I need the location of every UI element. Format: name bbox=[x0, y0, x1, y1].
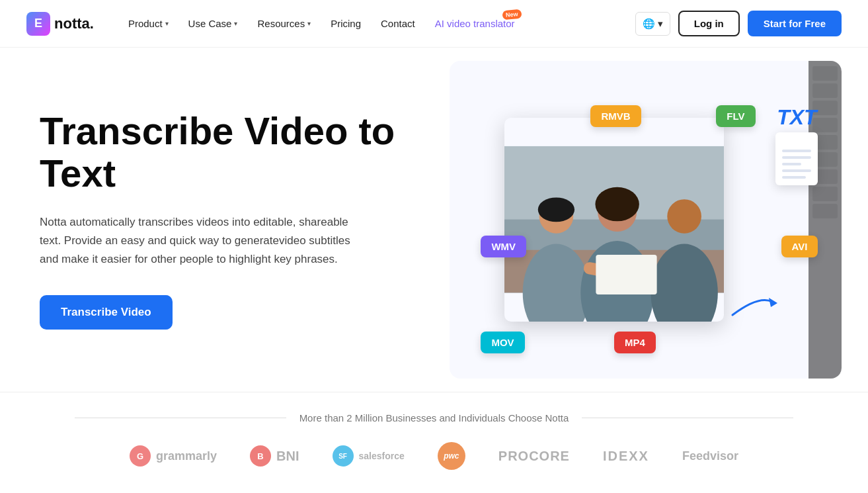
nav-product[interactable]: Product ▾ bbox=[120, 13, 177, 34]
navbar: E notta. Product ▾ Use Case ▾ Resources … bbox=[0, 0, 868, 48]
txt-output: TXT bbox=[775, 105, 818, 185]
arrow-icon bbox=[726, 289, 779, 322]
format-tag-rmvb: RMVB bbox=[590, 105, 641, 127]
video-illustration: WMV RMVB FLV AVI MOV MP4 TXT bbox=[450, 61, 842, 379]
globe-icon: 🌐 bbox=[643, 18, 655, 30]
format-tag-flv: FLV bbox=[716, 105, 755, 127]
new-badge: New bbox=[502, 9, 522, 20]
svg-point-10 bbox=[538, 198, 574, 222]
chevron-down-icon: ▾ bbox=[307, 20, 311, 27]
nav-pricing[interactable]: Pricing bbox=[323, 13, 369, 34]
nav-ai-translator[interactable]: AI video translator New bbox=[427, 13, 523, 34]
logo-salesforce: SF salesforce bbox=[333, 445, 405, 467]
login-button[interactable]: Log in bbox=[678, 11, 740, 36]
format-tag-wmv: WMV bbox=[481, 236, 526, 257]
hero-description: Notta automatically transcribes videos i… bbox=[40, 213, 357, 269]
hero-left: Transcribe Video to Text Notta automatic… bbox=[40, 48, 423, 392]
nav-right: 🌐 ▾ Log in Start for Free bbox=[635, 11, 842, 36]
logo[interactable]: E notta. bbox=[26, 12, 94, 36]
nav-links: Product ▾ Use Case ▾ Resources ▾ Pricing… bbox=[120, 13, 635, 34]
logo-bni: B BNI bbox=[250, 445, 299, 467]
svg-point-8 bbox=[667, 200, 701, 234]
nav-contact[interactable]: Contact bbox=[373, 13, 423, 34]
format-tag-mp4: MP4 bbox=[614, 332, 656, 353]
format-tag-avi: AVI bbox=[781, 236, 818, 257]
logo-icon: E bbox=[26, 12, 50, 36]
txt-label: TXT bbox=[777, 105, 816, 130]
social-proof-section: More than 2 Million Businesses and Indiv… bbox=[0, 392, 868, 483]
language-selector[interactable]: 🌐 ▾ bbox=[635, 12, 670, 36]
logo-text: notta. bbox=[54, 15, 94, 32]
hero-title: Transcribe Video to Text bbox=[40, 110, 423, 195]
start-free-button[interactable]: Start for Free bbox=[748, 11, 842, 36]
format-tag-mov: MOV bbox=[481, 332, 524, 353]
chevron-down-icon: ▾ bbox=[234, 20, 237, 27]
logo-grammarly: G grammarly bbox=[130, 445, 217, 467]
txt-document bbox=[775, 132, 818, 185]
logo-pwc: pwc bbox=[438, 442, 465, 470]
nav-resources[interactable]: Resources ▾ bbox=[249, 13, 319, 34]
svg-marker-12 bbox=[769, 298, 777, 307]
chevron-down-icon: ▾ bbox=[658, 18, 663, 30]
chevron-down-icon: ▾ bbox=[165, 20, 169, 27]
logo-feedvisor: Feedvisor bbox=[682, 449, 738, 463]
nav-use-case[interactable]: Use Case ▾ bbox=[180, 13, 246, 34]
logo-procore: PROCORE bbox=[498, 449, 570, 464]
logo-idexx: IDEXX bbox=[603, 449, 649, 464]
hero-section: Transcribe Video to Text Notta automatic… bbox=[0, 48, 868, 392]
social-proof-tagline: More than 2 Million Businesses and Indiv… bbox=[26, 412, 842, 424]
transcribe-video-button[interactable]: Transcribe Video bbox=[40, 295, 173, 330]
people-image bbox=[504, 118, 724, 321]
hero-illustration: WMV RMVB FLV AVI MOV MP4 TXT bbox=[450, 61, 842, 379]
svg-rect-11 bbox=[596, 255, 656, 294]
company-logos-row: G grammarly B BNI SF salesforce pwc PROC… bbox=[26, 442, 842, 470]
svg-point-9 bbox=[595, 187, 639, 222]
